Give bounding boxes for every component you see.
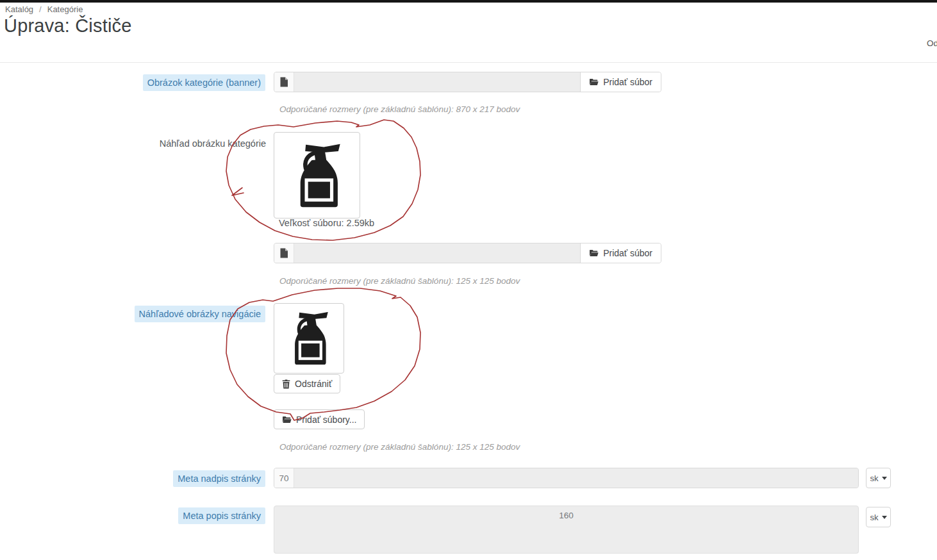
page-title: Úprava: Čističe (4, 15, 132, 37)
nav-image-thumbnail (274, 303, 344, 374)
thumb-add-file-button[interactable]: Pridať súbor (580, 243, 661, 263)
banner-label: Obrázok kategórie (banner) (143, 74, 265, 91)
file-size-caption: Veľkosť súboru: 2.59kb (279, 218, 374, 228)
banner-filename-input[interactable] (294, 72, 580, 92)
meta-title-input[interactable] (294, 468, 858, 488)
meta-description-label-row: Meta popis stránky (0, 507, 265, 524)
meta-title-label-row: Meta nadpis stránky (0, 470, 265, 487)
breadcrumb: Katalóg/Kategórie (5, 4, 83, 14)
add-files-label: Pridať súbory... (296, 415, 356, 425)
breadcrumb-kategorie[interactable]: Kategórie (47, 4, 83, 14)
banner-add-file-button[interactable]: Pridať súbor (580, 72, 661, 92)
file-icon (274, 72, 294, 92)
category-edit-page: Katalóg/Kategórie Úprava: Čističe Od Obr… (0, 0, 937, 560)
banner-label-row: Obrázok kategórie (banner) (0, 74, 265, 91)
file-icon (274, 243, 294, 263)
header-divider (0, 62, 937, 63)
meta-title-counter: 70 (274, 468, 294, 488)
folder-icon (589, 249, 599, 258)
nav-images-hint: Odporúčané rozmery (pre základnú šablónu… (279, 442, 520, 452)
preview-label: Náhľad obrázku kategórie (158, 135, 267, 152)
breadcrumb-katalog[interactable]: Katalóg (5, 4, 33, 14)
meta-title-input-group: 70 (274, 468, 859, 488)
top-navbar-edge (0, 0, 937, 3)
thumb-hint: Odporúčané rozmery (pre základnú šablónu… (279, 276, 520, 286)
meta-description-counter-bar: 160 (274, 506, 859, 525)
banner-file-input-group: Pridať súbor (274, 72, 661, 92)
folder-icon (589, 78, 599, 86)
add-files-button[interactable]: Pridať súbory... (274, 409, 365, 429)
meta-description-label: Meta popis stránky (178, 507, 265, 524)
meta-description-counter: 160 (559, 511, 574, 520)
spray-bottle-image (286, 141, 348, 210)
meta-title-label: Meta nadpis stránky (173, 470, 265, 487)
nav-images-label-row: Náhľadové obrázky navigácie (0, 306, 265, 322)
top-right-partial-link[interactable]: Od (927, 38, 937, 48)
meta-title-lang-label: sk (870, 474, 879, 483)
meta-description-textarea[interactable] (274, 524, 859, 554)
spray-bottle-image (283, 309, 335, 367)
meta-title-lang-dropdown[interactable]: sk (866, 468, 891, 488)
thumb-file-input-group: Pridať súbor (274, 243, 661, 263)
remove-image-label: Odstrániť (295, 379, 332, 389)
meta-description-lang-dropdown[interactable]: sk (866, 507, 891, 527)
banner-add-file-label: Pridať súbor (603, 77, 652, 87)
thumb-filename-input[interactable] (294, 243, 580, 263)
folder-icon (282, 415, 292, 424)
annotation-arrowhead (232, 188, 244, 195)
chevron-down-icon (882, 516, 887, 519)
category-image-thumbnail (274, 132, 360, 218)
nav-images-label: Náhľadové obrázky navigácie (135, 306, 265, 322)
chevron-down-icon (882, 477, 887, 480)
preview-label-row: Náhľad obrázku kategórie (0, 135, 267, 152)
banner-hint: Odporúčané rozmery (pre základnú šablónu… (279, 104, 520, 114)
breadcrumb-separator: / (39, 4, 42, 14)
remove-image-button[interactable]: Odstrániť (274, 374, 340, 393)
thumb-add-file-label: Pridať súbor (603, 248, 652, 258)
trash-icon (282, 379, 290, 389)
meta-description-lang-label: sk (870, 513, 879, 522)
